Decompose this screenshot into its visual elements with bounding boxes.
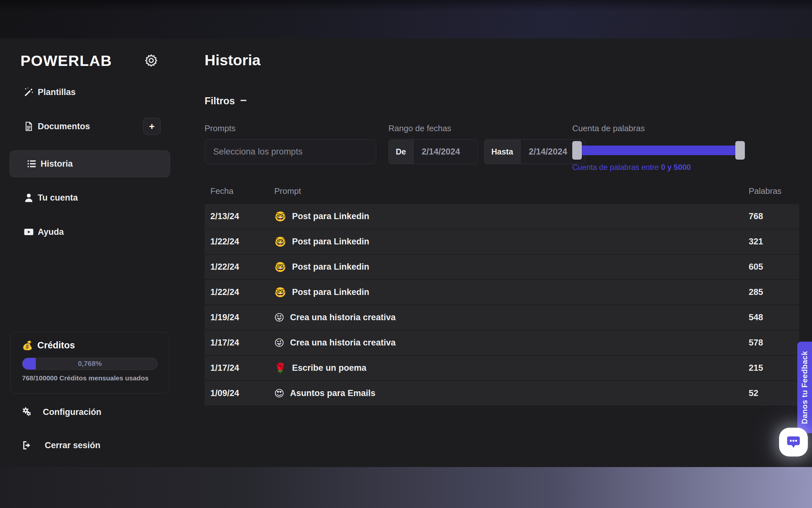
row-date: 1/22/24 — [210, 237, 274, 247]
sidebar-item-configuracion[interactable]: Configuración — [20, 406, 101, 418]
app-window: POWERLAB Plantillas — [0, 0, 812, 508]
sidebar-item-cerrar-sesion[interactable]: Cerrar sesión — [20, 439, 100, 451]
column-header-prompt: Prompt — [274, 186, 749, 196]
prompts-filter: Prompts Selecciona los prompts — [205, 124, 376, 164]
credits-progress: 0,768% — [22, 357, 158, 370]
prompt-name: Post para Linkedin — [292, 237, 369, 247]
prompt-name: Post para Linkedin — [292, 287, 369, 297]
column-header-fecha: Fecha — [210, 186, 274, 196]
sidebar: POWERLAB Plantillas — [0, 38, 191, 467]
row-word-count: 548 — [749, 312, 794, 323]
feedback-tab-label: Danos tu Feedback — [800, 351, 809, 424]
date-range-filter: Rango de fechas De 2/14/2024 Hasta 2/14/… — [388, 124, 585, 164]
sidebar-item-plantillas[interactable]: Plantillas — [20, 82, 170, 102]
table-row[interactable]: 2/13/24🤓Post para Linkedin768 — [205, 204, 799, 229]
row-word-count: 321 — [749, 237, 794, 247]
app-panel: POWERLAB Plantillas — [0, 38, 812, 467]
slider-track[interactable] — [574, 145, 744, 155]
row-word-count: 768 — [749, 211, 794, 221]
sidebar-item-historia[interactable]: Historia — [10, 151, 170, 177]
money-bag-icon: 💰 — [22, 340, 33, 351]
word-count-hint-range: 0 y 5000 — [661, 163, 691, 171]
collapse-filters-icon[interactable]: − — [240, 95, 247, 106]
slider-handle-max[interactable] — [735, 141, 745, 160]
word-count-slider[interactable] — [572, 141, 745, 160]
feedback-tab[interactable]: Danos tu Feedback — [797, 342, 812, 433]
row-date: 1/19/24 — [210, 312, 274, 323]
sidebar-nav: Plantillas Documentos + — [20, 82, 170, 242]
prompt-name: Asuntos para Emails — [290, 388, 375, 398]
settings-gear-icon[interactable] — [144, 54, 158, 67]
credits-title: 💰 Créditos — [22, 340, 158, 351]
magic-wand-icon — [23, 86, 35, 98]
row-date: 1/17/24 — [210, 338, 274, 348]
row-prompt: 😜Crea una historia creativa — [274, 312, 749, 323]
date-to-prefix: Hasta — [484, 139, 520, 164]
credits-usage-text: 768/100000 Créditos mensuales usados — [22, 374, 158, 382]
credits-card: 💰 Créditos 0,768% 768/100000 Créditos me… — [10, 332, 170, 393]
row-prompt: 🤓Post para Linkedin — [274, 236, 749, 247]
date-range-label: Rango de fechas — [388, 124, 585, 133]
prompts-placeholder: Selecciona los prompts — [213, 147, 302, 157]
table-row[interactable]: 1/19/24😜Crea una historia creativa548 — [205, 305, 799, 331]
row-word-count: 285 — [749, 287, 794, 297]
main-content: Historia Filtros − Prompts Selecciona lo… — [205, 38, 799, 467]
row-prompt: 🌹Escribe un poema — [274, 363, 749, 374]
row-prompt: 😍Asuntos para Emails — [274, 388, 749, 399]
sidebar-item-tu-cuenta[interactable]: Tu cuenta — [20, 187, 170, 208]
list-icon — [26, 158, 37, 170]
date-from-value[interactable]: 2/14/2024 — [413, 139, 478, 164]
prompts-select[interactable]: Selecciona los prompts — [205, 139, 376, 164]
column-header-palabras: Palabras — [749, 186, 794, 196]
chat-launcher-button[interactable] — [779, 428, 808, 457]
sign-out-icon — [21, 439, 33, 451]
date-from-input[interactable]: De 2/14/2024 — [388, 139, 478, 164]
history-table: Fecha Prompt Palabras 2/13/24🤓Post para … — [205, 178, 799, 406]
prompt-name: Post para Linkedin — [292, 211, 369, 221]
filters-title: Filtros — [205, 95, 235, 107]
row-date: 1/17/24 — [210, 363, 274, 373]
filters-header: Filtros − — [205, 95, 247, 107]
row-date: 2/13/24 — [210, 211, 274, 221]
date-to-input[interactable]: Hasta 2/14/2024 — [484, 139, 585, 164]
youtube-icon — [23, 226, 35, 238]
logo-text-bold: LAB — [80, 52, 112, 69]
row-word-count: 578 — [749, 338, 794, 348]
date-range-inputs: De 2/14/2024 Hasta 2/14/2024 — [388, 139, 585, 164]
sidebar-item-documentos[interactable]: Documentos + — [20, 116, 170, 137]
table-row[interactable]: 1/17/24😜Crea una historia creativa578 — [205, 331, 799, 356]
slider-handle-min[interactable] — [572, 141, 582, 160]
row-prompt: 🤓Post para Linkedin — [274, 211, 749, 222]
word-count-label: Cuenta de palabras — [572, 124, 745, 133]
credits-percent-label: 0,768% — [22, 358, 157, 370]
credits-title-text: Créditos — [37, 340, 75, 351]
prompt-emoji-icon: 🤓 — [274, 261, 286, 272]
sidebar-item-label: Documentos — [38, 122, 90, 131]
row-prompt: 🤓Post para Linkedin — [274, 287, 749, 298]
row-word-count: 215 — [749, 363, 794, 373]
row-word-count: 605 — [749, 262, 794, 272]
add-document-button[interactable]: + — [143, 118, 160, 135]
logo-row: POWERLAB — [20, 51, 158, 70]
sidebar-item-ayuda[interactable]: Ayuda — [20, 222, 170, 242]
table-row[interactable]: 1/22/24🤓Post para Linkedin605 — [205, 255, 799, 280]
row-date: 1/22/24 — [210, 262, 274, 272]
table-row[interactable]: 1/17/24🌹Escribe un poema215 — [205, 356, 799, 381]
sidebar-item-label: Tu cuenta — [38, 193, 78, 203]
app-logo: POWERLAB — [20, 52, 112, 70]
sidebar-item-label: Plantillas — [38, 87, 76, 97]
row-date: 1/22/24 — [210, 287, 274, 297]
table-row[interactable]: 1/22/24🤓Post para Linkedin285 — [205, 280, 799, 305]
table-row[interactable]: 1/09/24😍Asuntos para Emails52 — [205, 381, 799, 406]
table-row[interactable]: 1/22/24🤓Post para Linkedin321 — [205, 229, 799, 255]
word-count-filter: Cuenta de palabras Cuenta de palabras en… — [572, 124, 745, 172]
prompt-name: Escribe un poema — [292, 363, 366, 373]
prompts-label: Prompts — [205, 124, 376, 133]
sidebar-item-label: Cerrar sesión — [45, 440, 100, 451]
top-gradient-band — [0, 0, 812, 38]
table-header: Fecha Prompt Palabras — [205, 178, 799, 204]
bottom-gradient-band — [0, 467, 812, 508]
page-title: Historia — [205, 51, 260, 69]
prompt-emoji-icon: 🤓 — [274, 287, 286, 298]
word-count-hint: Cuenta de palabras entre 0 y 5000 — [572, 163, 745, 172]
